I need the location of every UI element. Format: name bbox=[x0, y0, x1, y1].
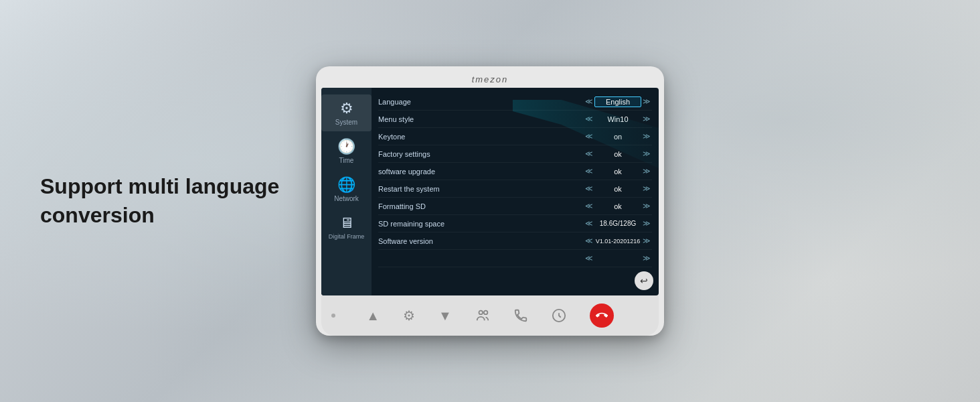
device-controls: ▲ ⚙ ▼ bbox=[321, 295, 659, 336]
label-factory: Factory settings bbox=[378, 150, 584, 158]
label-language: Language bbox=[378, 98, 584, 106]
arrow-right-factory[interactable]: ≫ bbox=[641, 149, 652, 158]
value-keytone: on bbox=[594, 133, 641, 141]
settings-row-sw-version: Software version ≪ V1.01-20201216 ≫ bbox=[378, 232, 652, 250]
arrow-left-keytone[interactable]: ≪ bbox=[584, 132, 594, 141]
label-format-sd: Formatting SD bbox=[378, 202, 584, 210]
label-sd-space: SD remaining space bbox=[378, 220, 584, 228]
settings-row-restart: Restart the system ≪ ok ≫ bbox=[378, 180, 652, 198]
settings-row-sd-space: SD remaining space ≪ 18.6G/128G ≫ bbox=[378, 215, 652, 232]
back-button[interactable]: ↩ bbox=[635, 271, 653, 290]
settings-row-language: Language ≪ English ≫ bbox=[378, 93, 652, 111]
value-sd-space: 18.6G/128G bbox=[594, 220, 641, 227]
sidebar-network-label: Network bbox=[334, 195, 359, 202]
settings-row-keytone: Keytone ≪ on ≫ bbox=[378, 128, 652, 145]
value-sw-version: V1.01-20201216 bbox=[594, 238, 641, 245]
settings-row-factory: Factory settings ≪ ok ≫ bbox=[378, 145, 652, 163]
arrow-left-upgrade[interactable]: ≪ bbox=[584, 167, 594, 176]
settings-row-empty: ≪ ≫ bbox=[378, 250, 652, 267]
arrow-right-version[interactable]: ≫ bbox=[641, 237, 652, 245]
down-button[interactable]: ▼ bbox=[438, 308, 452, 324]
arrow-left-format[interactable]: ≪ bbox=[584, 202, 594, 210]
settings-button[interactable]: ⚙ bbox=[403, 308, 415, 324]
system-icon: ⚙ bbox=[340, 100, 353, 117]
arrow-right-restart[interactable]: ≫ bbox=[641, 184, 652, 193]
value-menu-style: Win10 bbox=[594, 115, 641, 123]
device-wrapper: tmezon English Français Русский Deutsch … bbox=[316, 66, 664, 336]
hero-text-block: Support multi language conversion bbox=[40, 172, 279, 230]
hangup-button[interactable] bbox=[590, 304, 614, 328]
svg-point-1 bbox=[479, 311, 483, 315]
svg-point-2 bbox=[484, 311, 488, 315]
sidebar-time-label: Time bbox=[339, 157, 354, 164]
label-software-upgrade: software upgrade bbox=[378, 168, 584, 176]
hero-title: Support multi language conversion bbox=[40, 172, 279, 230]
label-menu-style: Menu style bbox=[378, 115, 584, 123]
screen-sidebar: ⚙ System 🕐 Time 🌐 Network 🖥 Digital Fram… bbox=[321, 88, 372, 295]
value-restart: ok bbox=[594, 185, 641, 193]
dot-indicator bbox=[331, 314, 335, 318]
sidebar-item-network[interactable]: 🌐 Network bbox=[321, 171, 372, 208]
time-icon: 🕐 bbox=[337, 138, 355, 155]
arrow-left-restart[interactable]: ≪ bbox=[584, 184, 594, 193]
arrow-left-menu[interactable]: ≪ bbox=[584, 115, 594, 123]
arrow-right-upgrade[interactable]: ≫ bbox=[641, 167, 652, 176]
contacts-button[interactable] bbox=[475, 308, 490, 323]
arrow-left-language[interactable]: ≪ bbox=[584, 97, 594, 106]
arrow-right-empty[interactable]: ≫ bbox=[641, 254, 652, 263]
sidebar-item-system[interactable]: ⚙ System bbox=[321, 94, 372, 131]
arrow-right-language[interactable]: ≫ bbox=[641, 97, 652, 106]
value-language: English bbox=[594, 96, 641, 107]
sidebar-digital-frame-label: Digital Frame bbox=[329, 233, 365, 240]
device-brand: tmezon bbox=[321, 72, 659, 88]
value-format-sd: ok bbox=[594, 202, 641, 210]
arrow-left-sd[interactable]: ≪ bbox=[584, 219, 594, 228]
arrow-right-menu[interactable]: ≫ bbox=[641, 115, 652, 123]
intercom-button[interactable] bbox=[552, 308, 566, 323]
network-icon: 🌐 bbox=[337, 176, 355, 194]
sidebar-item-time[interactable]: 🕐 Time bbox=[321, 133, 372, 170]
sidebar-system-label: System bbox=[335, 119, 357, 126]
up-button[interactable]: ▲ bbox=[366, 308, 380, 324]
digital-frame-icon: 🖥 bbox=[339, 214, 354, 232]
label-restart: Restart the system bbox=[378, 185, 584, 193]
arrow-left-empty[interactable]: ≪ bbox=[584, 254, 594, 263]
call-button[interactable] bbox=[513, 308, 528, 323]
device-frame: tmezon English Français Русский Deutsch … bbox=[316, 66, 664, 336]
settings-row-format-sd: Formatting SD ≪ ok ≫ bbox=[378, 198, 652, 215]
device-screen: English Français Русский Deutsch Español… bbox=[321, 88, 659, 295]
arrow-left-factory[interactable]: ≪ bbox=[584, 149, 594, 158]
value-factory: ok bbox=[594, 150, 641, 158]
arrow-left-version[interactable]: ≪ bbox=[584, 237, 594, 245]
sidebar-item-digital-frame[interactable]: 🖥 Digital Frame bbox=[321, 209, 372, 245]
label-keytone: Keytone bbox=[378, 133, 584, 141]
arrow-right-format[interactable]: ≫ bbox=[641, 202, 652, 210]
value-software-upgrade: ok bbox=[594, 168, 641, 176]
arrow-right-sd[interactable]: ≫ bbox=[641, 219, 652, 228]
label-sw-version: Software version bbox=[378, 237, 584, 245]
settings-row-menu-style: Menu style ≪ Win10 ≫ bbox=[378, 111, 652, 128]
screen-main: Language ≪ English ≫ Menu style ≪ Win10 … bbox=[372, 88, 659, 295]
settings-row-software-upgrade: software upgrade ≪ ok ≫ bbox=[378, 163, 652, 180]
settings-table: Language ≪ English ≫ Menu style ≪ Win10 … bbox=[378, 93, 652, 267]
arrow-right-keytone[interactable]: ≫ bbox=[641, 132, 652, 141]
